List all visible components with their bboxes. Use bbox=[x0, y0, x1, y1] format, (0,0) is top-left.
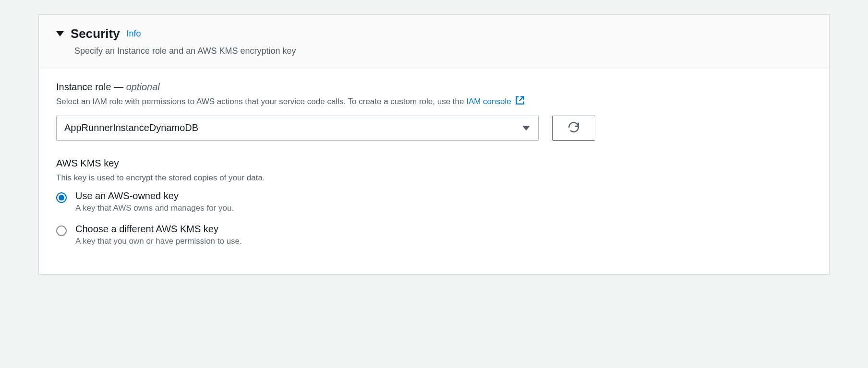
kms-key-help: This key is used to encrypt the stored c… bbox=[56, 172, 812, 184]
instance-role-help-text: Select an IAM role with permissions to A… bbox=[56, 97, 466, 106]
radio-different-kms-key[interactable]: Choose a different AWS KMS key A key tha… bbox=[56, 224, 812, 246]
radio-different-kms-key-label: Choose a different AWS KMS key bbox=[75, 224, 242, 235]
instance-role-optional: optional bbox=[126, 82, 160, 92]
radio-aws-owned-key[interactable]: Use an AWS-owned key A key that AWS owns… bbox=[56, 190, 812, 213]
instance-role-help: Select an IAM role with permissions to A… bbox=[56, 95, 812, 109]
radio-button-icon bbox=[56, 192, 67, 203]
instance-role-select[interactable]: AppRunnerInstanceDynamoDB bbox=[56, 116, 539, 141]
instance-role-label: Instance role — optional bbox=[56, 82, 812, 93]
collapse-caret-icon[interactable] bbox=[56, 31, 64, 36]
iam-console-link-text: IAM console bbox=[466, 97, 511, 106]
panel-body: Instance role — optional Select an IAM r… bbox=[39, 68, 829, 274]
security-panel: Security Info Specify an Instance role a… bbox=[38, 14, 830, 274]
refresh-button[interactable] bbox=[552, 116, 595, 141]
radio-button-icon bbox=[56, 226, 67, 236]
kms-key-label: AWS KMS key bbox=[56, 158, 812, 169]
instance-role-label-text: Instance role bbox=[56, 82, 111, 92]
panel-header: Security Info Specify an Instance role a… bbox=[39, 15, 829, 68]
iam-console-link[interactable]: IAM console bbox=[466, 97, 525, 106]
radio-aws-owned-key-label: Use an AWS-owned key bbox=[75, 190, 234, 202]
radio-different-kms-key-desc: A key that you own or have permission to… bbox=[75, 237, 242, 246]
section-subtitle: Specify an Instance role and an AWS KMS … bbox=[74, 46, 812, 56]
info-link[interactable]: Info bbox=[127, 29, 141, 39]
section-title: Security bbox=[71, 26, 120, 41]
kms-radio-group: Use an AWS-owned key A key that AWS owns… bbox=[56, 190, 812, 246]
refresh-icon bbox=[567, 121, 580, 135]
radio-aws-owned-key-desc: A key that AWS owns and manages for you. bbox=[75, 203, 234, 213]
instance-role-selected-value: AppRunnerInstanceDynamoDB bbox=[64, 122, 198, 133]
external-link-icon bbox=[515, 95, 525, 109]
